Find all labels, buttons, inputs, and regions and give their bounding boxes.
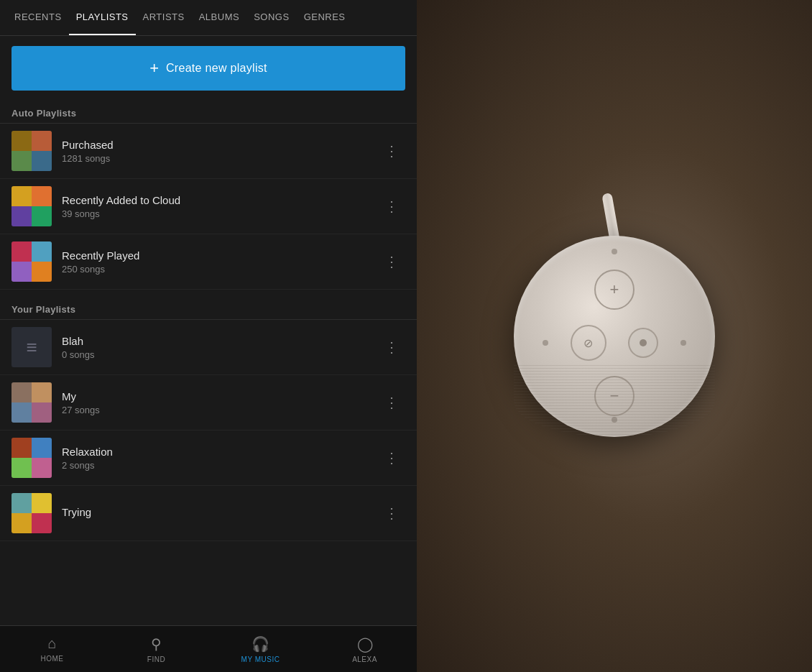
thumb-cell bbox=[11, 131, 32, 151]
music-note-icon: ≡ bbox=[26, 336, 37, 359]
playlist-info-recently-added: Recently Added to Cloud 39 songs bbox=[62, 194, 379, 219]
nav-item-playlists[interactable]: PLAYLISTS bbox=[69, 0, 136, 35]
create-playlist-label: Create new playlist bbox=[166, 62, 267, 75]
action-button[interactable] bbox=[628, 328, 658, 358]
thumb-cell bbox=[11, 438, 32, 458]
content-area: + Create new playlist Auto Playlists Pur… bbox=[0, 36, 417, 625]
thumb-cell bbox=[11, 241, 32, 262]
find-icon: ⚲ bbox=[151, 635, 162, 653]
playlist-name-relaxation: Relaxation bbox=[62, 446, 379, 458]
bottom-nav-my-music[interactable]: 🎧 MY MUSIC bbox=[208, 626, 313, 672]
create-playlist-button[interactable]: + Create new playlist bbox=[11, 46, 405, 91]
playlist-name-purchased: Purchased bbox=[62, 139, 379, 151]
nav-item-genres[interactable]: GENRES bbox=[297, 0, 353, 35]
thumb-cell bbox=[11, 262, 32, 282]
playlist-count-relaxation: 2 songs bbox=[62, 460, 379, 471]
playlist-thumb-purchased bbox=[11, 131, 52, 171]
thumb-cell bbox=[32, 382, 52, 402]
more-options-relaxation[interactable]: ⋮ bbox=[379, 446, 405, 469]
thumb-cell bbox=[32, 402, 52, 423]
nav-item-albums[interactable]: ALBUMS bbox=[192, 0, 246, 35]
top-nav: RECENTS PLAYLISTS ARTISTS ALBUMS SONGS G… bbox=[0, 0, 417, 36]
auto-playlists-header: Auto Playlists bbox=[0, 101, 417, 123]
speaker-top-dot bbox=[612, 249, 617, 254]
playlist-name-trying: Trying bbox=[62, 506, 379, 518]
playlist-name-recently-added: Recently Added to Cloud bbox=[62, 194, 379, 206]
playlist-name-blah: Blah bbox=[62, 335, 379, 347]
speaker-background: + ⊘ − bbox=[417, 0, 812, 672]
speaker-mesh bbox=[514, 365, 715, 437]
thumb-cell bbox=[32, 206, 52, 226]
find-label: FIND bbox=[147, 655, 165, 663]
more-options-my[interactable]: ⋮ bbox=[379, 391, 405, 414]
alexa-label: ALEXA bbox=[352, 655, 377, 663]
speaker-container: + ⊘ − bbox=[514, 236, 715, 437]
thumb-cell bbox=[32, 458, 52, 478]
bottom-nav-find[interactable]: ⚲ FIND bbox=[104, 626, 208, 672]
thumb-cell bbox=[32, 438, 52, 458]
bottom-nav: ⌂ HOME ⚲ FIND 🎧 MY MUSIC ◯ ALEXA bbox=[0, 625, 417, 672]
nav-item-artists[interactable]: ARTISTS bbox=[136, 0, 192, 35]
thumb-cell bbox=[11, 493, 32, 513]
more-options-recently-played[interactable]: ⋮ bbox=[379, 250, 405, 273]
playlist-thumb-trying bbox=[11, 493, 52, 533]
thumb-cell bbox=[11, 151, 32, 171]
thumb-cell bbox=[11, 186, 32, 206]
playlist-count-recently-played: 250 songs bbox=[62, 264, 379, 275]
more-options-blah[interactable]: ⋮ bbox=[379, 336, 405, 359]
thumb-cell bbox=[32, 493, 52, 513]
playlist-info-relaxation: Relaxation 2 songs bbox=[62, 446, 379, 471]
bottom-nav-home[interactable]: ⌂ HOME bbox=[0, 626, 104, 672]
alexa-icon: ◯ bbox=[357, 635, 373, 653]
home-label: HOME bbox=[41, 655, 64, 663]
left-panel: RECENTS PLAYLISTS ARTISTS ALBUMS SONGS G… bbox=[0, 0, 417, 672]
right-panel: + ⊘ − bbox=[417, 0, 812, 672]
thumb-cell bbox=[11, 458, 32, 478]
playlist-item-trying[interactable]: Trying ⋮ bbox=[0, 486, 417, 541]
nav-item-recents[interactable]: RECENTS bbox=[7, 0, 69, 35]
speaker-right-dot bbox=[680, 340, 686, 346]
playlist-item-purchased[interactable]: Purchased 1281 songs ⋮ bbox=[0, 124, 417, 179]
your-playlists-header: Your Playlists bbox=[0, 297, 417, 319]
home-icon: ⌂ bbox=[47, 635, 56, 652]
bottom-nav-alexa[interactable]: ◯ ALEXA bbox=[313, 626, 417, 672]
plus-icon: + bbox=[610, 280, 619, 299]
playlist-name-my: My bbox=[62, 390, 379, 402]
thumb-cell bbox=[32, 241, 52, 262]
my-music-label: MY MUSIC bbox=[241, 655, 280, 663]
playlist-info-blah: Blah 0 songs bbox=[62, 335, 379, 360]
mute-button[interactable]: ⊘ bbox=[571, 325, 606, 361]
playlist-thumb-recently-added bbox=[11, 186, 52, 226]
playlist-count-purchased: 1281 songs bbox=[62, 153, 379, 164]
thumb-cell bbox=[32, 186, 52, 206]
thumb-cell bbox=[32, 262, 52, 282]
speaker-left-dot bbox=[543, 340, 548, 346]
playlist-count-recently-added: 39 songs bbox=[62, 208, 379, 219]
playlist-item-recently-added[interactable]: Recently Added to Cloud 39 songs ⋮ bbox=[0, 179, 417, 234]
playlist-item-my[interactable]: My 27 songs ⋮ bbox=[0, 375, 417, 431]
echo-dot-speaker: + ⊘ − bbox=[514, 236, 715, 437]
volume-up-button[interactable]: + bbox=[594, 270, 635, 310]
nav-item-songs[interactable]: SONGS bbox=[246, 0, 296, 35]
playlist-info-my: My 27 songs bbox=[62, 390, 379, 415]
more-options-trying[interactable]: ⋮ bbox=[379, 502, 405, 525]
playlist-item-recently-played[interactable]: Recently Played 250 songs ⋮ bbox=[0, 234, 417, 290]
more-options-purchased[interactable]: ⋮ bbox=[379, 139, 405, 162]
mute-icon: ⊘ bbox=[583, 336, 593, 350]
more-options-recently-added[interactable]: ⋮ bbox=[379, 195, 405, 218]
thumb-cell bbox=[11, 206, 32, 226]
thumb-cell bbox=[11, 513, 32, 533]
playlist-item-blah[interactable]: ≡ Blah 0 songs ⋮ bbox=[0, 320, 417, 375]
playlist-info-recently-played: Recently Played 250 songs bbox=[62, 249, 379, 275]
playlist-item-relaxation[interactable]: Relaxation 2 songs ⋮ bbox=[0, 431, 417, 486]
playlist-info-trying: Trying bbox=[62, 506, 379, 520]
thumb-cell bbox=[32, 151, 52, 171]
playlist-count-blah: 0 songs bbox=[62, 349, 379, 360]
action-dot bbox=[640, 339, 647, 346]
speaker-middle-row: ⊘ bbox=[543, 325, 686, 361]
thumb-cell bbox=[32, 131, 52, 151]
playlist-thumb-recently-played bbox=[11, 241, 52, 282]
playlist-thumb-my bbox=[11, 382, 52, 423]
thumb-cell bbox=[11, 382, 32, 402]
thumb-cell bbox=[32, 513, 52, 533]
